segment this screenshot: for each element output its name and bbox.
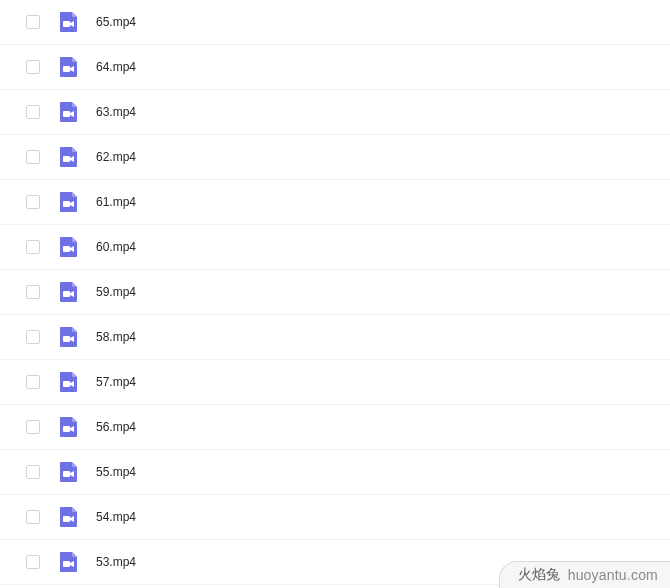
video-file-icon <box>58 101 80 123</box>
file-name: 58.mp4 <box>96 330 136 344</box>
file-row[interactable]: 64.mp4 <box>0 45 670 90</box>
video-file-icon <box>58 506 80 528</box>
file-name: 62.mp4 <box>96 150 136 164</box>
file-name: 59.mp4 <box>96 285 136 299</box>
video-file-icon <box>58 551 80 573</box>
file-checkbox[interactable] <box>26 60 40 74</box>
video-file-icon <box>58 551 80 573</box>
svg-rect-4 <box>63 201 70 207</box>
file-checkbox[interactable] <box>26 375 40 389</box>
video-file-icon <box>58 236 80 258</box>
svg-rect-2 <box>63 111 70 117</box>
video-file-icon <box>58 281 80 303</box>
file-name: 54.mp4 <box>96 510 136 524</box>
video-file-icon <box>58 416 80 438</box>
svg-rect-6 <box>63 291 70 297</box>
file-name: 53.mp4 <box>96 555 136 569</box>
file-name: 57.mp4 <box>96 375 136 389</box>
video-file-icon <box>58 461 80 483</box>
video-file-icon <box>58 191 80 213</box>
svg-rect-7 <box>63 336 70 342</box>
video-file-icon <box>58 146 80 168</box>
file-checkbox[interactable] <box>26 285 40 299</box>
file-checkbox[interactable] <box>26 15 40 29</box>
file-checkbox[interactable] <box>26 240 40 254</box>
svg-rect-8 <box>63 381 70 387</box>
file-row[interactable]: 62.mp4 <box>0 135 670 180</box>
file-name: 64.mp4 <box>96 60 136 74</box>
file-name: 55.mp4 <box>96 465 136 479</box>
video-file-icon <box>58 146 80 168</box>
file-row[interactable]: 65.mp4 <box>0 0 670 45</box>
file-checkbox[interactable] <box>26 150 40 164</box>
file-row[interactable]: 58.mp4 <box>0 315 670 360</box>
video-file-icon <box>58 371 80 393</box>
video-file-icon <box>58 11 80 33</box>
svg-rect-10 <box>63 471 70 477</box>
video-file-icon <box>58 326 80 348</box>
svg-rect-1 <box>63 66 70 72</box>
file-row[interactable]: 56.mp4 <box>0 405 670 450</box>
file-row[interactable]: 60.mp4 <box>0 225 670 270</box>
video-file-icon <box>58 191 80 213</box>
file-name: 63.mp4 <box>96 105 136 119</box>
svg-rect-9 <box>63 426 70 432</box>
file-name: 60.mp4 <box>96 240 136 254</box>
file-name: 65.mp4 <box>96 15 136 29</box>
file-checkbox[interactable] <box>26 195 40 209</box>
watermark-cn: 火焰兔 <box>518 566 560 584</box>
video-file-icon <box>58 416 80 438</box>
file-row[interactable]: 63.mp4 <box>0 90 670 135</box>
video-file-icon <box>58 281 80 303</box>
svg-rect-3 <box>63 156 70 162</box>
file-list: 65.mp4 64.mp4 63.mp4 62.mp4 61.mp4 60.mp… <box>0 0 670 585</box>
svg-rect-0 <box>63 21 70 27</box>
file-row[interactable]: 55.mp4 <box>0 450 670 495</box>
video-file-icon <box>58 236 80 258</box>
svg-rect-5 <box>63 246 70 252</box>
file-checkbox[interactable] <box>26 330 40 344</box>
svg-rect-12 <box>63 561 70 567</box>
video-file-icon <box>58 461 80 483</box>
watermark-badge: 火焰兔 huoyantu.com <box>499 561 670 588</box>
file-name: 56.mp4 <box>96 420 136 434</box>
video-file-icon <box>58 326 80 348</box>
video-file-icon <box>58 56 80 78</box>
watermark-en: huoyantu.com <box>568 567 658 583</box>
file-name: 61.mp4 <box>96 195 136 209</box>
video-file-icon <box>58 101 80 123</box>
video-file-icon <box>58 56 80 78</box>
file-checkbox[interactable] <box>26 510 40 524</box>
svg-rect-11 <box>63 516 70 522</box>
video-file-icon <box>58 11 80 33</box>
video-file-icon <box>58 371 80 393</box>
file-row[interactable]: 59.mp4 <box>0 270 670 315</box>
file-row[interactable]: 54.mp4 <box>0 495 670 540</box>
file-checkbox[interactable] <box>26 465 40 479</box>
file-checkbox[interactable] <box>26 555 40 569</box>
file-row[interactable]: 61.mp4 <box>0 180 670 225</box>
video-file-icon <box>58 506 80 528</box>
file-checkbox[interactable] <box>26 105 40 119</box>
file-row[interactable]: 57.mp4 <box>0 360 670 405</box>
file-checkbox[interactable] <box>26 420 40 434</box>
